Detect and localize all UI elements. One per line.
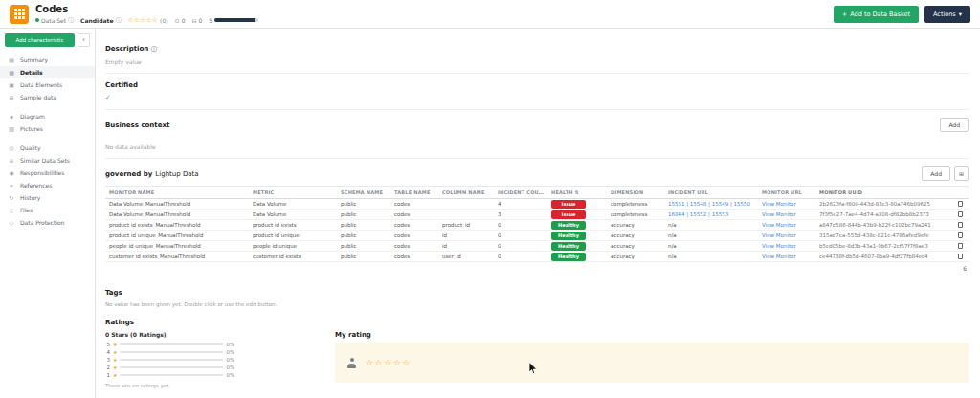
table-row[interactable]: Data Volume_ManualThreshold Data Volume … (105, 210, 969, 220)
col-incident-url[interactable]: INCIDENT URL (664, 189, 758, 195)
delete-monitor-icon[interactable] (958, 254, 963, 259)
sidebar-item-similar-data-sets[interactable]: ≡ Similar Data Sets (0, 154, 95, 166)
cell-monitor-name: customer id exists_ManualThreshold (105, 254, 249, 259)
my-rating-label: My rating (335, 331, 969, 339)
sidebar-item-label: Pictures (20, 125, 43, 132)
certified-check-icon: ✓ (105, 94, 969, 101)
rating-count: (0) (160, 17, 168, 24)
business-context-add-button[interactable]: Add (940, 118, 969, 132)
sort-icon: ⇅ (575, 189, 579, 195)
collapse-sidebar-button[interactable]: ‹ (78, 33, 90, 47)
my-rating-block: My rating ☆☆☆☆☆ (335, 331, 969, 388)
info-icon[interactable]: ⓘ (115, 16, 121, 25)
actions-button[interactable]: Actions ▾ (924, 6, 970, 23)
business-context-section: Business context Add No data available (105, 118, 969, 159)
sidebar-item-label: Data Elements (20, 81, 62, 88)
health-badge: Healthy (551, 253, 586, 261)
add-characteristic-button[interactable]: Add characteristic (5, 33, 75, 47)
table-row[interactable]: customer id exists_ManualThreshold custo… (105, 252, 969, 262)
view-monitor-link[interactable]: View Monitor (762, 222, 796, 228)
sidebar-item-data-elements[interactable]: ▣ Data Elements (0, 78, 95, 91)
col-schema-name[interactable]: SCHEMA NAME (337, 189, 390, 195)
col-monitor-name[interactable]: MONITOR NAME (105, 189, 249, 195)
incident-links[interactable]: 16844 | 15552 | 15553 (668, 211, 728, 217)
sidebar-item-references[interactable]: ∞ References (0, 179, 95, 191)
details-icon: ▦ (8, 69, 15, 76)
view-monitor-link[interactable]: View Monitor (762, 201, 796, 207)
table-row[interactable]: product id unique_ManualThreshold produc… (105, 231, 969, 241)
add-to-data-basket-button[interactable]: + Add to Data Basket (834, 6, 919, 23)
sidebar-item-label: Summary (20, 56, 48, 63)
info-icon[interactable]: ⓘ (151, 45, 157, 52)
governed-by-add-button[interactable]: Add (922, 166, 950, 181)
delete-monitor-icon[interactable] (958, 232, 963, 238)
history-icon: ↻ (8, 194, 15, 201)
rating-bar (120, 351, 223, 353)
sidebar-item-label: History (20, 194, 40, 201)
delete-monitor-icon[interactable] (958, 222, 963, 228)
cell-monitor-uuid: ce44738f-db5d-4607-8ba9-4df27fb84ec4 (815, 254, 951, 259)
page-title: Codes (35, 4, 258, 14)
table-view-toggle-button[interactable]: ⊞ (954, 166, 969, 181)
delete-monitor-icon[interactable] (958, 211, 963, 217)
my-rating-stars[interactable]: ☆☆☆☆☆ (366, 358, 412, 367)
star-icon: ★ (113, 357, 117, 363)
governed-by-label: governed by (105, 170, 152, 178)
col-monitor-uuid[interactable]: MONITOR UUID (815, 189, 951, 195)
col-metric[interactable]: METRIC (249, 189, 337, 195)
rating-bar (120, 343, 223, 345)
sidebar-item-history[interactable]: ↻ History (0, 191, 95, 204)
table-row[interactable]: Data Volume_ManualThreshold Data Volume … (105, 199, 969, 210)
sidebar-item-label: Similar Data Sets (20, 157, 70, 164)
files-icon: ▯ (8, 207, 15, 213)
ratings-section: Ratings 0 Stars (0 Ratings) 5 ★ 0% 4 ★ 0… (105, 319, 969, 388)
sidebar-item-details[interactable]: ▦ Details (0, 66, 95, 78)
attachments-icon[interactable]: ⊟ (191, 17, 196, 24)
info-icon[interactable]: ⓘ (68, 16, 74, 25)
main-content: Description ⓘ Empty value Certified ✓ Bu… (96, 29, 980, 398)
sidebar-item-responsibilities[interactable]: ◉ Responsibilities (0, 166, 95, 179)
col-health[interactable]: HEALTH ⇅ (547, 189, 607, 195)
incident-links[interactable]: 15551 | 15548 | 15549 | 15550 (668, 201, 750, 207)
view-monitor-link[interactable]: View Monitor (762, 254, 796, 259)
status-dot (35, 18, 39, 22)
star-icon: ★ (113, 342, 117, 347)
sidebar-item-summary[interactable]: ▤ Summary (0, 54, 95, 66)
rating-distribution-row: 3 ★ 0% (105, 356, 314, 364)
col-table-name[interactable]: TABLE NAME (390, 189, 438, 195)
cell-monitor-uuid: a847d586-844b-43b9-b22f-c102bc79a241 (815, 222, 951, 228)
sidebar-item-label: Files (20, 207, 33, 213)
col-monitor-url[interactable]: MONITOR URL (758, 189, 815, 195)
sidebar-item-files[interactable]: ▯ Files (0, 204, 95, 216)
rating-bar (120, 359, 223, 361)
view-monitor-link[interactable]: View Monitor (762, 243, 796, 249)
table-row[interactable]: product id exists_ManualThreshold produc… (105, 220, 969, 231)
col-dimension[interactable]: DIMENSION (607, 189, 664, 195)
quality-icon: ◎ (8, 144, 15, 151)
delete-monitor-icon[interactable] (958, 243, 963, 249)
sidebar-item-diagram[interactable]: ◈ Diagram (0, 110, 95, 122)
col-column-name[interactable]: COLUMN NAME (438, 189, 494, 195)
rating-distribution-row: 2 ★ 0% (105, 364, 314, 371)
governed-by-target[interactable]: Lightup Data (155, 170, 198, 178)
health-badge: Healthy (551, 221, 586, 230)
sidebar-item-pictures[interactable]: ▨ Pictures (0, 122, 95, 135)
app-logo-icon[interactable] (10, 5, 29, 24)
sidebar-item-data-protection[interactable]: ◇ Data Protection (0, 216, 95, 229)
sidebar-item-sample-data[interactable]: ⊞ Sample data (0, 91, 95, 103)
delete-monitor-icon[interactable] (958, 201, 963, 207)
table-row[interactable]: people id unique_ManualThreshold people … (105, 241, 969, 252)
attachments-count: 0 (198, 17, 202, 24)
status-badge: Candidate (80, 17, 113, 24)
sidebar-item-label: Diagram (20, 113, 45, 120)
view-monitor-link[interactable]: View Monitor (762, 232, 796, 238)
sidebar-item-quality[interactable]: ◎ Quality (0, 142, 95, 154)
col-incident-count[interactable]: INCIDENT COUNT (494, 189, 547, 195)
rating-bar (120, 374, 223, 376)
cell-monitor-name: Data Volume_ManualThreshold (105, 211, 249, 217)
user-avatar (346, 358, 357, 368)
cell-monitor-name: Data Volume_ManualThreshold (105, 201, 249, 207)
view-monitor-link[interactable]: View Monitor (762, 211, 796, 217)
responses-icon[interactable]: ⊙ (175, 17, 180, 24)
completeness-bar (214, 18, 258, 22)
